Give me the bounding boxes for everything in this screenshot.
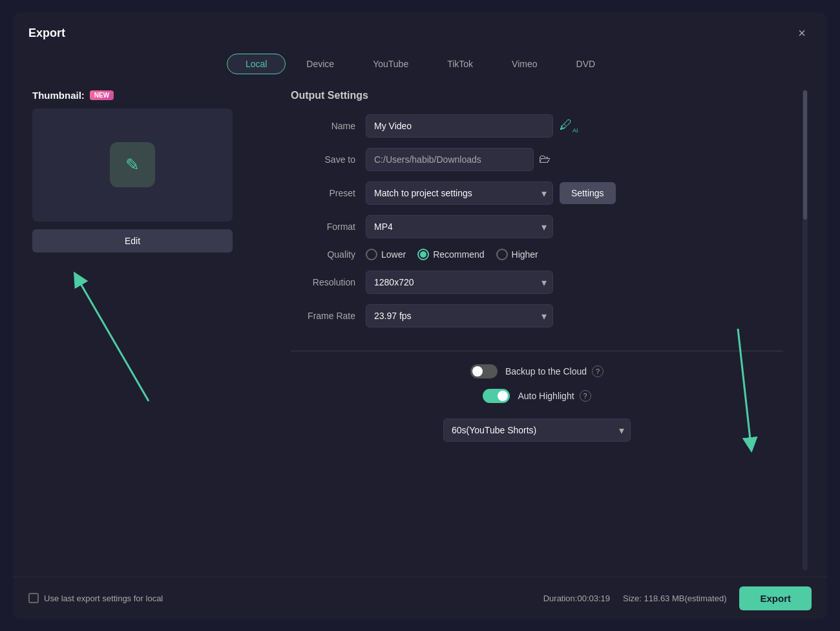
resolution-select[interactable]: 1280x720 1920x1080 3840x2160: [366, 271, 553, 294]
last-export-check: Use last export settings for local: [28, 593, 163, 603]
export-button[interactable]: Export: [739, 586, 812, 610]
footer-right: Duration:00:03:19 Size: 118.63 MB(estima…: [543, 586, 812, 610]
svg-line-1: [78, 278, 149, 401]
thumbnail-icon: ✎: [110, 142, 155, 187]
title-bar: Export ×: [13, 12, 827, 50]
ai-icon[interactable]: 🖊AI: [560, 118, 578, 134]
backup-row: Backup to the Cloud ?: [291, 364, 783, 378]
edit-button[interactable]: Edit: [32, 229, 233, 253]
name-row: Name 🖊AI: [291, 114, 783, 138]
svg-line-3: [738, 329, 751, 445]
edit-pencil-icon: ✎: [125, 155, 140, 175]
shorts-select-wrapper: 60s(YouTube Shorts) 30s: [443, 419, 631, 442]
browse-folder-button[interactable]: 🗁: [539, 152, 551, 166]
resolution-select-wrapper: 1280x720 1920x1080 3840x2160: [366, 271, 553, 294]
new-badge: NEW: [90, 90, 114, 100]
tab-bar: Local Device YouTube TikTok Vimeo DVD: [13, 50, 827, 83]
quality-radio-group: Lower Recommend Higher: [366, 249, 538, 260]
thumbnail-text: Thumbnail:: [32, 90, 85, 101]
tab-device[interactable]: Device: [288, 54, 352, 74]
quality-higher-label: Higher: [512, 249, 538, 260]
radio-lower-circle: [366, 249, 377, 260]
radio-higher-circle: [496, 249, 508, 260]
scrollbar[interactable]: [803, 90, 808, 570]
name-input[interactable]: [366, 114, 553, 138]
format-label: Format: [291, 222, 355, 232]
quality-recommend-label: Recommend: [433, 249, 484, 260]
saveto-input[interactable]: [366, 148, 534, 171]
last-export-checkbox[interactable]: [28, 593, 39, 603]
duration-display: Duration:00:03:19: [543, 594, 610, 603]
footer: Use last export settings for local Durat…: [13, 577, 827, 619]
autohighlight-label: Auto Highlight: [518, 391, 574, 401]
autohighlight-row: Auto Highlight ?: [291, 389, 783, 403]
backup-label: Backup to the Cloud: [505, 366, 587, 377]
output-settings-title: Output Settings: [291, 90, 783, 101]
dialog-title: Export: [28, 26, 65, 40]
close-button[interactable]: ×: [792, 24, 812, 43]
scrollbar-thumb: [803, 90, 807, 220]
framerate-label: Frame Rate: [291, 311, 355, 321]
tab-vimeo[interactable]: Vimeo: [494, 54, 555, 74]
resolution-row: Resolution 1280x720 1920x1080 3840x2160: [291, 271, 783, 294]
quality-label: Quality: [291, 249, 355, 260]
saveto-label: Save to: [291, 154, 355, 165]
resolution-label: Resolution: [291, 277, 355, 287]
section-divider: [291, 351, 783, 351]
quality-row: Quality Lower Recommend Higher: [291, 249, 783, 260]
tab-tiktok[interactable]: TikTok: [429, 54, 491, 74]
export-dialog: Export × Local Device YouTube TikTok Vim…: [13, 12, 827, 619]
framerate-row: Frame Rate 23.97 fps 24 fps 30 fps 60 fp…: [291, 304, 783, 327]
tab-youtube[interactable]: YouTube: [355, 54, 426, 74]
quality-lower[interactable]: Lower: [366, 249, 406, 260]
content-area: Thumbnail: NEW ✎ Edit Output Se: [13, 83, 827, 577]
last-export-label: Use last export settings for local: [44, 594, 163, 603]
shorts-select[interactable]: 60s(YouTube Shorts) 30s: [443, 419, 631, 442]
preset-label: Preset: [291, 188, 355, 198]
framerate-select[interactable]: 23.97 fps 24 fps 30 fps 60 fps: [366, 304, 553, 327]
framerate-select-wrapper: 23.97 fps 24 fps 30 fps 60 fps: [366, 304, 553, 327]
quality-higher[interactable]: Higher: [496, 249, 538, 260]
backup-toggle[interactable]: [470, 364, 498, 378]
tab-local[interactable]: Local: [227, 54, 286, 74]
radio-recommend-circle: [417, 249, 429, 260]
quality-lower-label: Lower: [381, 249, 406, 260]
preset-select-wrapper: Match to project settings: [366, 181, 553, 205]
name-label: Name: [291, 121, 355, 131]
quality-recommend[interactable]: Recommend: [417, 249, 484, 260]
backup-help-icon[interactable]: ?: [592, 366, 604, 377]
tab-dvd[interactable]: DVD: [558, 54, 614, 74]
thumbnail-preview: ✎: [32, 109, 233, 222]
format-row: Format MP4 MOV AVI: [291, 215, 783, 238]
format-select-wrapper: MP4 MOV AVI: [366, 215, 553, 238]
preset-select[interactable]: Match to project settings: [366, 181, 553, 205]
shorts-row: 60s(YouTube Shorts) 30s: [291, 419, 783, 442]
thumbnail-label: Thumbnail: NEW: [32, 90, 114, 101]
left-panel: Thumbnail: NEW ✎ Edit: [32, 83, 271, 577]
preset-row: Preset Match to project settings Setting…: [291, 181, 783, 205]
size-display: Size: 118.63 MB(estimated): [623, 594, 726, 603]
arrow-left: [71, 272, 187, 466]
saveto-row: Save to 🗁: [291, 148, 783, 171]
right-panel: Output Settings Name 🖊AI Save to 🗁 Prese…: [291, 83, 783, 577]
format-select[interactable]: MP4 MOV AVI: [366, 215, 553, 238]
arrow-right: [719, 329, 757, 458]
settings-button[interactable]: Settings: [560, 182, 616, 204]
autohighlight-help-icon[interactable]: ?: [580, 390, 591, 402]
autohighlight-toggle[interactable]: [483, 389, 510, 403]
